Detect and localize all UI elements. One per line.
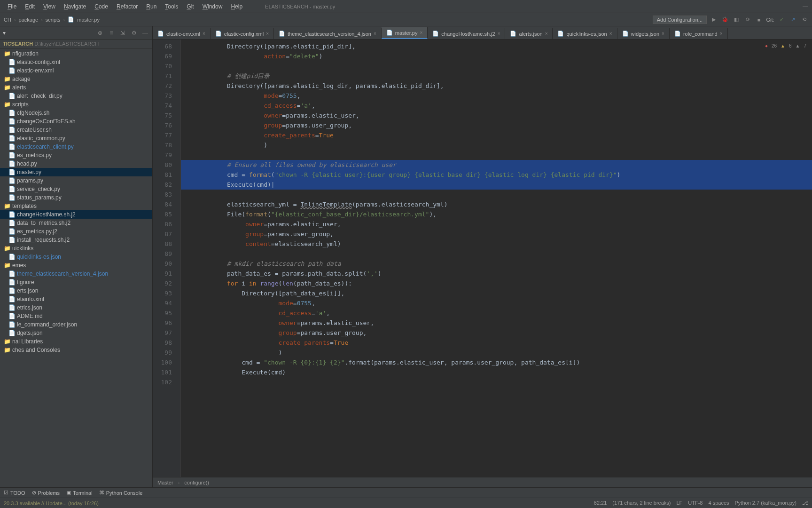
menu-file[interactable]: File <box>4 1 20 12</box>
close-icon[interactable]: × <box>203 31 205 36</box>
tree-item[interactable]: 📄ADME.md <box>0 312 152 320</box>
line-number[interactable]: 71 <box>153 71 180 81</box>
tree-item[interactable]: 📄changeHostName.sh.j2 <box>0 210 152 219</box>
line-number[interactable]: 69 <box>153 51 180 61</box>
code-line[interactable]: owner=params.elastic_user, <box>181 318 812 328</box>
collapse-icon[interactable]: ⇲ <box>118 29 127 37</box>
todo-tool[interactable]: ☑ TODO <box>4 490 25 496</box>
code-line[interactable]: ) <box>181 348 812 357</box>
tree-item[interactable]: 📁ches and Consoles <box>0 346 152 354</box>
editor-tab[interactable]: 📄alerts.json× <box>505 28 553 39</box>
code-line[interactable]: # 创建pid目录 <box>181 71 812 81</box>
line-number[interactable]: 74 <box>153 101 180 111</box>
tree-item[interactable]: 📁nfiguration <box>0 49 152 58</box>
tree-item[interactable]: 📁nal Libraries <box>0 337 152 346</box>
tree-item[interactable]: 📁scripts <box>0 100 152 109</box>
tree-item[interactable]: 📄install_requests.sh.j2 <box>0 236 152 244</box>
code-line[interactable]: cmd = format("chown -R {elastic_user}:{u… <box>181 170 812 180</box>
line-number[interactable]: 75 <box>153 111 180 120</box>
code-line[interactable]: group=params.user_group, <box>181 229 812 239</box>
code-line[interactable]: cd_access='a', <box>181 101 812 111</box>
line-number[interactable]: 90 <box>153 259 180 269</box>
code-line[interactable] <box>181 61 812 71</box>
line-number[interactable]: 89 <box>153 249 180 259</box>
editor-tab[interactable]: 📄changeHostName.sh.j2× <box>428 28 505 39</box>
add-configuration-button[interactable]: Add Configuration... <box>653 16 707 24</box>
code-line[interactable]: # mkdir elasticsearch path_data <box>181 259 812 269</box>
tree-item[interactable]: 📁ackage <box>0 75 152 83</box>
line-number[interactable]: 100 <box>153 357 180 367</box>
tree-item[interactable]: 📄etrics.json <box>0 303 152 312</box>
problems-tool[interactable]: ⊘ Problems <box>32 490 60 496</box>
git-history-icon[interactable]: ⟲ <box>800 16 808 24</box>
tree-item[interactable]: 📄theme_elasticsearch_version_4.json <box>0 270 152 278</box>
menu-git[interactable]: Git <box>183 1 197 12</box>
tree-item[interactable]: 📁alerts <box>0 83 152 92</box>
line-number[interactable]: 88 <box>153 239 180 249</box>
editor-tab[interactable]: 📄elastic-env.xml× <box>153 28 211 39</box>
git-branch-icon[interactable]: ⎇ <box>802 500 808 506</box>
line-number[interactable]: 77 <box>153 130 180 140</box>
line-number[interactable]: 99 <box>153 348 180 357</box>
menu-run[interactable]: Run <box>142 1 160 12</box>
line-number[interactable]: 72 <box>153 81 180 91</box>
tree-item[interactable]: 📄elastic-env.xml <box>0 66 152 75</box>
breadcrumb-item[interactable]: master.py <box>77 17 100 23</box>
line-number[interactable]: 80 <box>153 160 180 170</box>
minimize-icon[interactable]: — <box>803 3 808 10</box>
line-number[interactable]: 78 <box>153 140 180 150</box>
code-line[interactable]: Directory([path_data_es[i]], <box>181 288 812 298</box>
code-line[interactable]: owner=params.elastic_user, <box>181 219 812 229</box>
tree-item[interactable]: 📄createUser.sh <box>0 126 152 134</box>
git-push-icon[interactable]: ↗ <box>789 16 797 24</box>
code-line[interactable]: elasticsearch_yml = InlineTemplate(param… <box>181 199 812 209</box>
line-number[interactable]: 98 <box>153 338 180 348</box>
code-line[interactable]: action="delete") <box>181 51 812 61</box>
close-icon[interactable]: × <box>498 31 500 36</box>
editor-tab[interactable]: 📄master.py× <box>382 27 428 39</box>
close-icon[interactable]: × <box>545 31 548 36</box>
line-number[interactable]: 70 <box>153 61 180 71</box>
tree-item[interactable]: 📁uicklinks <box>0 244 152 253</box>
tree-item[interactable]: 📄es_metrics.py.j2 <box>0 227 152 236</box>
tree-item[interactable]: 📄dgets.json <box>0 329 152 337</box>
menu-tools[interactable]: Tools <box>161 1 182 12</box>
tree-item[interactable]: 📄params.py <box>0 176 152 185</box>
code-line[interactable]: owner=params.elastic_user, <box>181 111 812 120</box>
editor-tab[interactable]: 📄theme_elasticsearch_version_4.json× <box>274 28 382 39</box>
line-number[interactable]: 96 <box>153 318 180 328</box>
code-line[interactable]: File(format("{elastic_conf_base_dir}/ela… <box>181 209 812 219</box>
line-number[interactable]: 84 <box>153 199 180 209</box>
menu-view[interactable]: View <box>39 1 59 12</box>
tree-item[interactable]: 📄tignore <box>0 278 152 286</box>
code-line[interactable]: for i in range(len(path_data_es)): <box>181 278 812 288</box>
code-line[interactable]: cd_access='a', <box>181 308 812 318</box>
tree-item[interactable]: 📄alert_check_dir.py <box>0 92 152 100</box>
gear-icon[interactable]: ⚙ <box>130 29 138 37</box>
tree-item[interactable]: 📄le_command_order.json <box>0 320 152 329</box>
tree-item[interactable]: 📄head.py <box>0 159 152 168</box>
line-number[interactable]: 93 <box>153 288 180 298</box>
breadcrumb-item[interactable]: CH <box>4 17 11 23</box>
code-line[interactable]: Directory([params.elastic_pid_dir], <box>181 41 812 51</box>
menu-code[interactable]: Code <box>91 1 112 12</box>
project-dropdown-icon[interactable]: ▾ <box>3 30 6 36</box>
tree-item[interactable]: 📄master.py <box>0 168 152 176</box>
editor-tab[interactable]: 📄widgets.json× <box>617 28 670 39</box>
code-line[interactable] <box>181 249 812 259</box>
line-number[interactable]: 97 <box>153 328 180 338</box>
editor-tab[interactable]: 📄role_command× <box>670 28 728 39</box>
python-console-tool[interactable]: ⌘ Python Console <box>99 490 143 496</box>
code-line[interactable]: Execute(cmd)| <box>181 180 812 190</box>
line-number[interactable]: 87 <box>153 229 180 239</box>
code-line[interactable]: mode=0755, <box>181 298 812 308</box>
line-number[interactable]: 101 <box>153 367 180 377</box>
line-number[interactable]: 91 <box>153 269 180 278</box>
tree-item[interactable]: 📄service_check.py <box>0 185 152 193</box>
close-icon[interactable]: × <box>609 31 612 36</box>
tree-item[interactable]: 📄es_metrics.py <box>0 151 152 159</box>
stop-icon[interactable]: ■ <box>755 16 763 24</box>
tree-item[interactable]: 📄erts.json <box>0 286 152 295</box>
tree-item[interactable]: 📄changeOsConfToES.sh <box>0 117 152 126</box>
git-commit-icon[interactable]: ✓ <box>777 16 786 24</box>
